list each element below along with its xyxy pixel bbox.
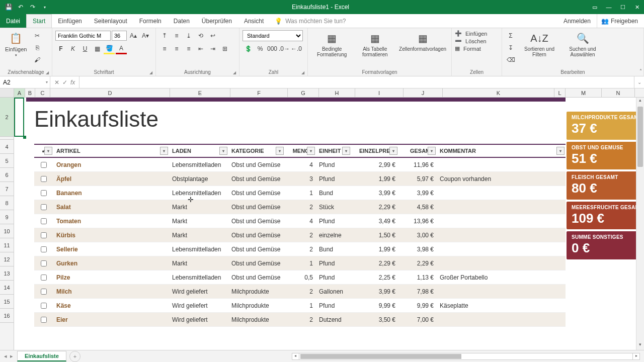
autosum-icon[interactable]: Σ (505, 30, 516, 41)
col-header-K[interactable]: K (443, 88, 554, 97)
col-menge[interactable]: MENGE▾ (285, 145, 316, 157)
format-painter-icon[interactable]: 🖌 (32, 54, 43, 65)
col-header-H[interactable]: H (319, 88, 355, 97)
thousands-icon[interactable]: 000 (267, 43, 278, 54)
cell-einheit[interactable]: Bund (316, 186, 351, 200)
minimize-icon[interactable]: — (602, 0, 616, 14)
col-header-M[interactable]: M (566, 88, 602, 97)
cell-kommentar[interactable] (437, 228, 566, 242)
sheet-nav-next-icon[interactable]: ▸ (10, 353, 13, 359)
col-header-I[interactable]: I (355, 88, 404, 97)
cell-einheit[interactable]: Pfund (316, 158, 351, 171)
fx-icon[interactable]: fx (70, 79, 75, 86)
cell-laden[interactable]: Markt (169, 200, 228, 214)
sort-filter-button[interactable]: A↓ZSortieren und Filtern (519, 30, 559, 58)
close-icon[interactable]: ✕ (630, 0, 644, 14)
cell-gesamt[interactable]: 3,99 € (398, 186, 437, 200)
row-checkbox[interactable] (34, 299, 53, 312)
col-einzelpreis[interactable]: EINZELPREIS▾ (351, 145, 398, 157)
dialog-launcher-icon[interactable]: ◢ (46, 70, 49, 75)
vertical-scrollbar[interactable]: ▴ ▾ (636, 98, 644, 350)
cell-laden[interactable]: Wird geliefert (169, 299, 228, 312)
col-header-F[interactable]: F (230, 88, 288, 97)
wrap-text-icon[interactable]: ↩ (207, 30, 218, 41)
filter-dropdown-icon[interactable]: ▾ (307, 147, 315, 155)
fill-handle[interactable] (23, 136, 26, 139)
decrease-decimal-icon[interactable]: ←.0 (291, 43, 302, 54)
row-checkbox[interactable] (34, 228, 53, 242)
redo-icon[interactable]: ↷ (28, 3, 37, 12)
cell-einheit[interactable]: Bund (316, 242, 351, 256)
cell-preis[interactable]: 1,50 € (351, 228, 398, 242)
cell-kategorie[interactable]: Obst und Gemüse (228, 256, 285, 270)
cell-laden[interactable]: Obstplantage (169, 172, 228, 186)
cell-menge[interactable]: 2 (285, 285, 316, 298)
cell-gesamt[interactable]: 3,00 € (398, 228, 437, 242)
cell-kommentar[interactable] (437, 158, 566, 171)
align-middle-icon[interactable]: ≡ (171, 30, 182, 41)
dialog-launcher-icon[interactable]: ◢ (301, 70, 304, 75)
table-row[interactable]: GurkenMarktObst und Gemüse1Pfund2,29 €2,… (34, 256, 566, 270)
add-sheet-button[interactable]: + (69, 351, 80, 362)
cell-menge[interactable]: 2 (285, 228, 316, 242)
tab-data[interactable]: Daten (168, 14, 196, 28)
row-checkbox[interactable] (34, 186, 53, 200)
cell-kommentar[interactable]: Großer Portabello (437, 270, 566, 284)
cell-artikel[interactable]: Käse (53, 299, 169, 312)
cell-kommentar[interactable]: Coupon vorhanden (437, 172, 566, 186)
tab-insert[interactable]: Einfügen (52, 14, 88, 28)
cell-einheit[interactable]: Pfund (316, 270, 351, 284)
col-kommentar[interactable]: KOMMENTAR▾ (437, 145, 566, 157)
bold-button[interactable]: F (55, 43, 66, 54)
horizontal-scrollbar[interactable]: ◂ ▸ (292, 353, 640, 360)
row-checkbox[interactable] (34, 200, 53, 214)
cell-artikel[interactable]: Milch (53, 285, 169, 298)
filter-dropdown-icon[interactable]: ▾ (389, 147, 397, 155)
cell-kommentar[interactable] (437, 256, 566, 270)
row-header-13[interactable]: 13 (0, 266, 14, 281)
cell-laden[interactable]: Markt (169, 228, 228, 242)
cell-einheit[interactable]: Pfund (316, 256, 351, 270)
col-header-L[interactable]: L (554, 88, 566, 97)
row-header-6[interactable]: 6 (0, 168, 14, 182)
row-header-14[interactable]: 14 (0, 281, 14, 295)
cell-preis[interactable]: 3,50 € (351, 313, 398, 326)
cell-artikel[interactable]: Gurken (53, 256, 169, 270)
cell-artikel[interactable]: Eier (53, 313, 169, 326)
row-checkbox[interactable] (34, 214, 53, 228)
cell-einheit[interactable]: Dutzend (316, 313, 351, 326)
dialog-launcher-icon[interactable]: ◢ (233, 70, 236, 75)
cell-preis[interactable]: 2,99 € (351, 158, 398, 171)
row-header-16[interactable]: 16 (0, 309, 14, 323)
scroll-left-icon[interactable]: ◂ (292, 353, 299, 359)
cell-laden[interactable]: Lebensmittelladen (169, 242, 228, 256)
col-header-G[interactable]: G (288, 88, 319, 97)
cell-laden[interactable]: Lebensmittelladen (169, 186, 228, 200)
align-bottom-icon[interactable]: ⤓ (183, 30, 194, 41)
cell-gesamt[interactable]: 11,96 € (398, 158, 437, 171)
col-laden[interactable]: LADEN▾ (169, 145, 228, 157)
tab-start[interactable]: Start (26, 14, 52, 28)
filter-dropdown-icon[interactable]: ▾ (556, 147, 565, 155)
format-cells-button[interactable]: ▦ Format (455, 45, 481, 52)
select-all-corner[interactable] (0, 88, 14, 97)
scroll-thumb[interactable] (637, 107, 643, 167)
cell-gesamt[interactable]: 4,58 € (398, 200, 437, 214)
row-header-11[interactable]: 11 (0, 238, 14, 252)
filter-dropdown-icon[interactable]: ▾ (219, 147, 227, 155)
delete-cells-button[interactable]: ➖ Löschen (455, 38, 487, 44)
row-header-15[interactable]: 15 (0, 295, 14, 309)
col-check[interactable]: ✔▾ (34, 145, 53, 157)
row-checkbox[interactable] (34, 172, 53, 186)
cell-menge[interactable]: 0,5 (285, 270, 316, 284)
formula-bar[interactable] (79, 76, 634, 88)
font-name-input[interactable] (55, 31, 111, 41)
cell-gesamt[interactable]: 7,98 € (398, 285, 437, 298)
col-header-N[interactable]: N (602, 88, 635, 97)
col-header-J[interactable]: J (404, 88, 443, 97)
italic-button[interactable]: K (67, 43, 78, 54)
cell-menge[interactable]: 2 (285, 200, 316, 214)
filter-dropdown-icon[interactable]: ▾ (428, 147, 436, 155)
orientation-icon[interactable]: ⟲ (195, 30, 206, 41)
cell-kategorie[interactable]: Milchprodukte (228, 285, 285, 298)
